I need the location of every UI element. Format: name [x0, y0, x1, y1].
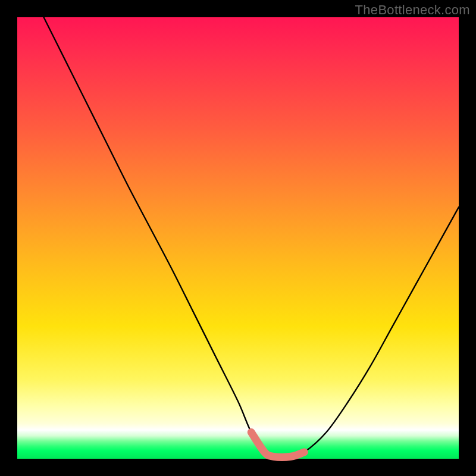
bottleneck-curve-svg: [17, 17, 459, 459]
bottleneck-curve-line: [44, 17, 459, 457]
plot-area: [17, 17, 459, 459]
watermark-text: TheBottleneck.com: [355, 2, 470, 18]
trough-highlight-line: [251, 432, 304, 457]
chart-frame: TheBottleneck.com: [0, 0, 476, 476]
